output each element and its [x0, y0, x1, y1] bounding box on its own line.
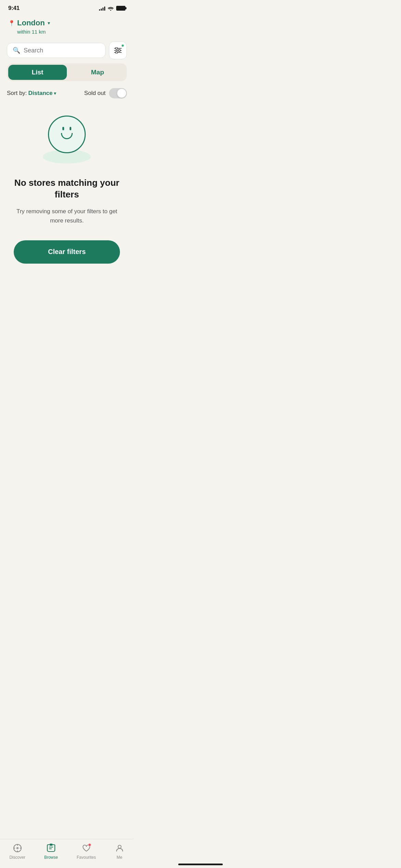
sold-out-toggle-row: Sold out	[84, 88, 127, 98]
svg-point-5	[116, 51, 118, 53]
location-row[interactable]: 📍 London ▾	[8, 19, 125, 27]
toggle-knob	[117, 89, 126, 98]
battery-icon	[116, 6, 125, 11]
status-bar: 9:41	[0, 0, 134, 14]
filter-active-dot	[121, 44, 124, 47]
map-toggle-button[interactable]: Map	[68, 63, 127, 81]
clear-filters-button[interactable]: Clear filters	[14, 240, 120, 264]
wifi-icon	[108, 6, 114, 11]
status-time: 9:41	[8, 5, 20, 12]
sold-out-label: Sold out	[84, 90, 106, 97]
empty-state: No stores matching your filters Try remo…	[0, 105, 134, 277]
clear-filters-label: Clear filters	[48, 248, 86, 256]
no-stores-title: No stores matching your filters	[14, 177, 120, 201]
search-icon: 🔍	[13, 47, 20, 54]
status-icons	[99, 6, 125, 11]
sad-face-circle	[48, 116, 86, 153]
sad-eye-right	[70, 127, 71, 130]
location-distance: within 11 km	[8, 29, 125, 35]
filter-icon	[114, 47, 122, 53]
sad-eyes	[62, 127, 71, 130]
location-header: 📍 London ▾ within 11 km	[0, 14, 134, 37]
location-pin-icon: 📍	[8, 20, 15, 26]
search-container[interactable]: 🔍	[7, 43, 106, 58]
sort-by-label: Sort by:	[7, 90, 27, 97]
sort-chevron-icon: ▾	[54, 91, 56, 96]
signal-bars-icon	[99, 6, 105, 11]
sort-value: Distance	[28, 90, 53, 97]
sort-row: Sort by: Distance ▾ Sold out	[0, 87, 134, 105]
sad-eye-left	[62, 127, 64, 130]
sort-by-control[interactable]: Sort by: Distance ▾	[7, 90, 56, 97]
no-stores-subtitle: Try removing some of your filters to get…	[14, 207, 120, 225]
svg-point-4	[118, 49, 120, 51]
search-row: 🔍	[0, 37, 134, 63]
sad-mouth	[61, 133, 73, 139]
sad-face-illustration	[39, 116, 94, 164]
view-toggle: List Map	[7, 63, 127, 81]
filter-button[interactable]	[109, 41, 127, 59]
list-toggle-button[interactable]: List	[8, 65, 67, 80]
sold-out-toggle[interactable]	[109, 88, 127, 98]
view-toggle-row: List Map	[0, 63, 134, 87]
search-input[interactable]	[24, 47, 100, 54]
location-city: London	[17, 19, 45, 27]
location-chevron-icon: ▾	[48, 20, 50, 26]
svg-point-3	[116, 47, 118, 49]
